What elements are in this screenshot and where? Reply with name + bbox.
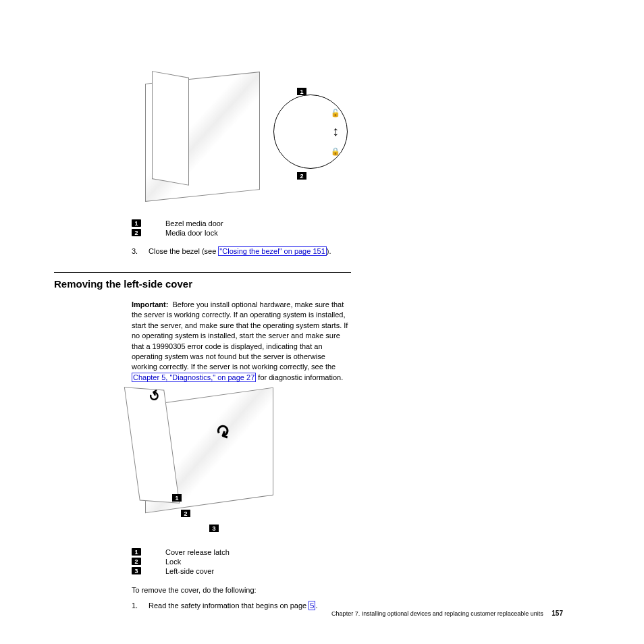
step-number: 3.	[132, 247, 142, 255]
step-number: 1.	[132, 601, 142, 610]
legend-label: Media door lock	[165, 229, 351, 237]
important-body-tail: for diagnostic information.	[256, 373, 343, 381]
figure-callout-1: 1	[297, 88, 306, 95]
figure-bezel-media-door: 🔓 ↕ 🔒 1 2	[145, 68, 351, 209]
legend-badge: 1	[132, 548, 141, 556]
intro-remove-cover: To remove the cover, do the following:	[132, 585, 351, 595]
legend-badge: 2	[132, 558, 141, 565]
arrow-updown-icon: ↕	[332, 124, 339, 139]
legend-label: Lock	[165, 558, 351, 566]
legend-label: Bezel media door	[165, 219, 351, 227]
step-text: ).	[327, 247, 331, 255]
footer-chapter: Chapter 7. Installing optional devices a…	[331, 610, 543, 617]
important-label: Important:	[132, 300, 168, 308]
link-safety-page-5[interactable]: 5	[308, 601, 315, 610]
lock-icon: 🔒	[331, 147, 340, 156]
step-1-read-safety: 1. Read the safety information that begi…	[132, 601, 351, 610]
legend-label: Cover release latch	[165, 548, 351, 556]
figure-callout-2: 2	[181, 510, 190, 517]
callout-legend-1: 1 Bezel media door 2 Media door lock	[132, 219, 351, 237]
heading-removing-left-side-cover: Removing the left-side cover	[54, 278, 351, 290]
step-text: Close the bezel (see	[149, 247, 218, 255]
legend-badge: 3	[132, 567, 141, 574]
link-diagnostics-chapter[interactable]: Chapter 5, "Diagnostics," on page 27	[132, 373, 256, 382]
step-text: .	[315, 601, 317, 610]
important-note: Important: Before you install optional h…	[132, 300, 351, 383]
important-body: Before you install optional hardware, ma…	[132, 300, 348, 371]
section-divider	[54, 272, 351, 273]
figure-callout-2: 2	[297, 172, 306, 180]
legend-label: Left-side cover	[165, 567, 351, 575]
legend-badge: 1	[132, 219, 141, 227]
legend-badge: 2	[132, 229, 141, 236]
page-footer: Chapter 7. Installing optional devices a…	[331, 610, 563, 617]
figure-callout-1: 1	[172, 494, 182, 502]
figure-left-side-cover: ↺ ↻ 1 2 3	[132, 390, 351, 538]
link-closing-bezel[interactable]: "Closing the bezel" on page 151	[218, 246, 326, 256]
step-3-close-bezel: 3. Close the bezel (see "Closing the bez…	[132, 247, 351, 255]
callout-legend-2: 1 Cover release latch 2 Lock 3 Left-side…	[132, 548, 351, 575]
footer-page-number: 157	[552, 610, 563, 617]
figure-callout-3: 3	[209, 525, 219, 532]
step-text: Read the safety information that begins …	[149, 601, 308, 610]
unlock-icon: 🔓	[331, 109, 340, 117]
